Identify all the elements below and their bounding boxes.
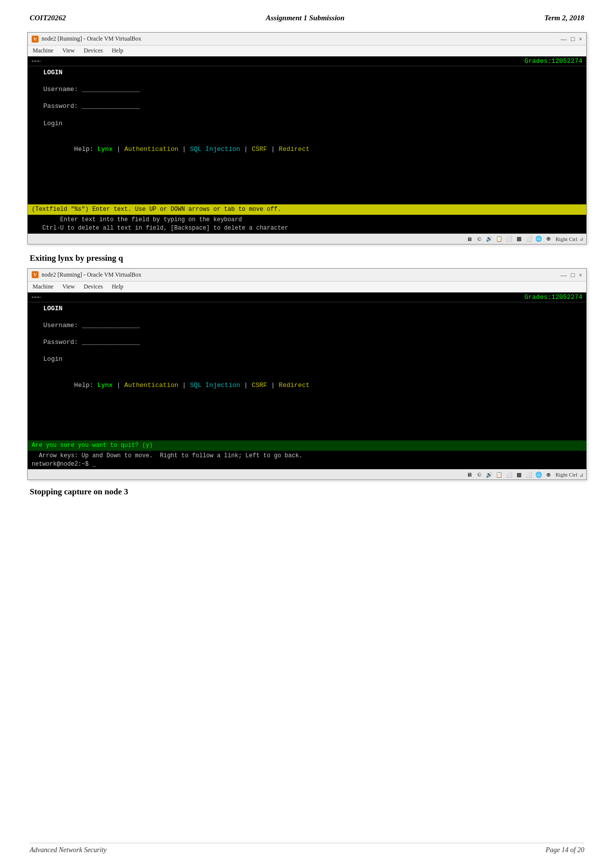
menubar-1: Machine View Devices Help xyxy=(28,46,586,56)
footer-right: Page 14 of 20 xyxy=(546,846,584,854)
menu-view-2[interactable]: View xyxy=(62,283,75,290)
systray2-icon-1: 🖥 xyxy=(466,471,473,479)
terminal-body-2: LOGIN Username: _______________ Password… xyxy=(28,302,586,440)
term-login-2: LOGIN xyxy=(32,304,582,313)
titlebar-2: V node2 [Running] - Oracle VM VirtualBox… xyxy=(28,269,586,282)
quit-text-2: Are you sure you want to quit? (y) xyxy=(32,442,153,449)
terminal-topbar-1: ←←← Grades:12052274 xyxy=(28,56,586,66)
window-title-2: node2 [Running] - Oracle VM VirtualBox xyxy=(42,271,142,279)
header-term: Term 2, 2018 xyxy=(544,14,584,22)
header-title: Assignment 1 Submission xyxy=(266,14,344,22)
terminal-2: ←←← Grades:12052274 LOGIN Username: ____… xyxy=(28,292,586,470)
systray2-icon-2: © xyxy=(475,471,483,479)
terminal-topbar-2: ←←← Grades:12052274 xyxy=(28,292,586,302)
systray2-icon-8: 🌐 xyxy=(535,471,543,479)
systray-bar-1: 🖥 © 🔊 📋 ⬜ ▦ ⬜ 🌐 ⊕ Right Ctrl ⊿ xyxy=(28,234,586,244)
terminal-arrows-2: ←←← xyxy=(32,293,40,301)
systray-icon-4: 📋 xyxy=(495,235,503,243)
term-password-2: Password: _______________ xyxy=(32,338,582,347)
menu-devices-2[interactable]: Devices xyxy=(84,283,103,290)
restore-button-2[interactable]: □ xyxy=(571,272,575,278)
systray2-icon-7: ⬜ xyxy=(525,471,533,479)
systray-icon-9: ⊕ xyxy=(545,235,553,243)
menubar-2: Machine View Devices Help xyxy=(28,282,586,292)
vbox-app-icon-2: V xyxy=(32,271,39,278)
section-heading-2: Stopping capture on node 3 xyxy=(30,487,584,497)
terminal-statusbar2-1: Enter text into the field by typing on t… xyxy=(28,215,586,234)
close-button-2[interactable]: × xyxy=(579,272,582,278)
terminal-grades-2: Grades:12052274 xyxy=(524,293,582,301)
vbox-app-icon-1: V xyxy=(32,36,39,43)
term-login-1: LOGIN xyxy=(32,68,582,77)
term-help-2: Help: Lynx | Authentication | SQL Inject… xyxy=(32,372,582,399)
right-ctrl-label-1: Right Ctrl xyxy=(556,236,577,242)
restore-button-1[interactable]: □ xyxy=(571,36,575,42)
systray2-resize: ⊿ xyxy=(579,472,583,478)
terminal-1: ←←← Grades:12052274 LOGIN Username: ____… xyxy=(28,56,586,234)
systray2-icon-6: ▦ xyxy=(515,471,523,479)
systray2-icon-4: 📋 xyxy=(495,471,503,479)
heading-text-2: Stopping capture on node 3 xyxy=(30,487,128,496)
systray-icon-8: 🌐 xyxy=(535,235,543,243)
page-footer: Advanced Network Security Page 14 of 20 xyxy=(30,843,584,854)
menu-help-1[interactable]: Help xyxy=(112,47,123,54)
term-help-1: Help: Lynx | Authentication | SQL Inject… xyxy=(32,136,582,163)
statusbar-text-1: (Textfield "%s") Enter text. Use UP or D… xyxy=(32,206,281,213)
window-title-1: node2 [Running] - Oracle VM VirtualBox xyxy=(42,35,142,43)
menu-machine-2[interactable]: Machine xyxy=(33,283,53,290)
terminal-statusbar2-quit-2: Arrow keys: Up and Down to move. Right t… xyxy=(28,451,586,470)
term-password-1: Password: _______________ xyxy=(32,102,582,111)
wm-buttons-1[interactable]: — □ × xyxy=(561,36,582,42)
virtualbox-window-2: V node2 [Running] - Oracle VM VirtualBox… xyxy=(27,268,587,481)
close-button-1[interactable]: × xyxy=(579,36,582,42)
systray-icon-6: ▦ xyxy=(515,235,523,243)
systray2-icon-5: ⬜ xyxy=(505,471,513,479)
terminal-statusbar-1: (Textfield "%s") Enter text. Use UP or D… xyxy=(28,204,586,215)
systray-resize-1: ⊿ xyxy=(579,236,583,241)
minimize-button-1[interactable]: — xyxy=(561,36,567,42)
titlebar-1: V node2 [Running] - Oracle VM VirtualBox… xyxy=(28,33,586,46)
term-username-1: Username: _______________ xyxy=(32,85,582,94)
header-course: COIT20262 xyxy=(30,14,66,22)
heading-text-1: Exiting lynx by pressing q xyxy=(30,253,123,263)
systray-icon-1: 🖥 xyxy=(466,235,473,243)
systray-icon-7: ⬜ xyxy=(525,235,533,243)
section-heading-1: Exiting lynx by pressing q xyxy=(30,253,584,263)
systray-icon-2: © xyxy=(475,235,483,243)
right-ctrl-label-2: Right Ctrl xyxy=(556,472,577,478)
menu-devices-1[interactable]: Devices xyxy=(84,47,103,54)
menu-view-1[interactable]: View xyxy=(62,47,75,54)
term-username-2: Username: _______________ xyxy=(32,321,582,330)
term-loginbtn-2: Login xyxy=(32,355,582,364)
menu-help-2[interactable]: Help xyxy=(112,283,123,290)
terminal-body-1: LOGIN Username: _______________ Password… xyxy=(28,66,586,204)
footer-left: Advanced Network Security xyxy=(30,846,107,854)
title-left-1: V node2 [Running] - Oracle VM VirtualBox xyxy=(32,35,142,43)
term-loginbtn-1: Login xyxy=(32,119,582,128)
systray2-icon-9: ⊕ xyxy=(545,471,553,479)
menu-machine-1[interactable]: Machine xyxy=(33,47,53,54)
terminal-statusbar-quit-2: Are you sure you want to quit? (y) xyxy=(28,440,586,451)
systray-bar-2: 🖥 © 🔊 📋 ⬜ ▦ ⬜ 🌐 ⊕ Right Ctrl ⊿ xyxy=(28,469,586,480)
terminal-grades-1: Grades:12052274 xyxy=(524,57,582,65)
minimize-button-2[interactable]: — xyxy=(561,272,567,278)
systray-icon-5: ⬜ xyxy=(505,235,513,243)
title-left-2: V node2 [Running] - Oracle VM VirtualBox xyxy=(32,271,142,279)
terminal-arrows-1: ←←← xyxy=(32,57,40,65)
virtualbox-window-1: V node2 [Running] - Oracle VM VirtualBox… xyxy=(27,32,587,244)
systray2-icon-3: 🔊 xyxy=(485,471,493,479)
wm-buttons-2[interactable]: — □ × xyxy=(561,272,582,278)
page-header: COIT20262 Assignment 1 Submission Term 2… xyxy=(0,0,614,28)
systray-icon-3: 🔊 xyxy=(485,235,493,243)
